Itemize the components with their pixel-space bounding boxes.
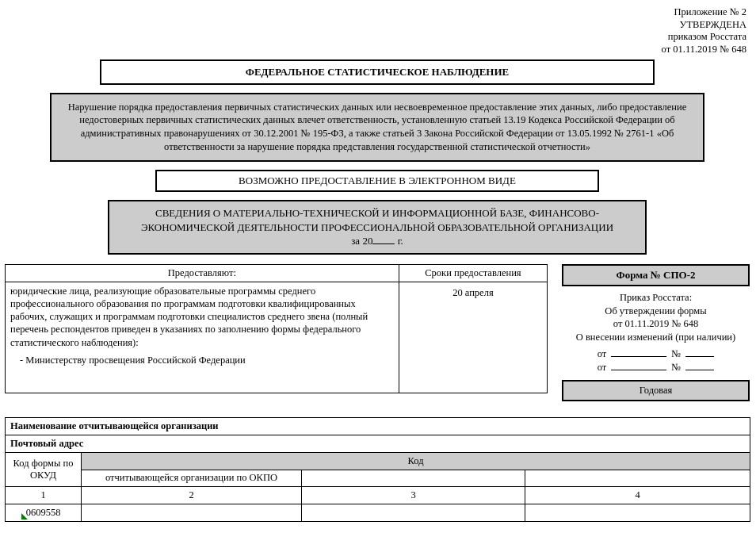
right-meta4: О внесении изменений (при наличии) bbox=[562, 331, 750, 344]
electronic-text: ВОЗМОЖНО ПРЕДОСТАВЛЕНИЕ В ЭЛЕКТРОННОМ ВИ… bbox=[239, 174, 516, 186]
okud-value: 0609558 bbox=[26, 507, 61, 518]
providers-body-main: юридические лица, реализующие образовате… bbox=[10, 285, 394, 349]
code-col-3-value[interactable] bbox=[302, 504, 525, 521]
amendment-row-2: от № bbox=[562, 361, 750, 374]
code-col-4-blank-header bbox=[525, 470, 750, 487]
org-name-field[interactable] bbox=[302, 418, 750, 435]
deadline-value: 20 апреля bbox=[452, 287, 493, 298]
org-info-table: Наименование отчитывающейся организации … bbox=[5, 417, 750, 522]
title-text: ФЕДЕРАЛЬНОЕ СТАТИСТИЧЕСКОЕ НАБЛЮДЕНИЕ bbox=[246, 66, 510, 78]
right-meta3: от 01.11.2019 № 648 bbox=[562, 317, 750, 331]
colnum-4: 4 bbox=[525, 486, 750, 504]
amendment-date-2[interactable] bbox=[611, 361, 666, 370]
year-blank[interactable] bbox=[372, 235, 395, 244]
info-year-row: за 20 г. bbox=[116, 234, 639, 248]
providers-table: Предоставляют: Сроки предоставления юрид… bbox=[5, 264, 548, 393]
code-form-okud-text: Код формы по ОКУД bbox=[10, 458, 76, 481]
appendix-header: Приложение № 2 УТВЕРЖДЕНА приказом Росст… bbox=[5, 6, 750, 56]
ot-label-1: от bbox=[598, 348, 607, 360]
amendment-num-1[interactable] bbox=[685, 347, 714, 357]
info-year-prefix: за 20 bbox=[351, 235, 372, 247]
appendix-line: Приложение № 2 bbox=[5, 6, 746, 19]
num-label-2: № bbox=[671, 362, 681, 374]
code-col-3-blank-header bbox=[302, 470, 525, 487]
deadline-header: Сроки предоставления bbox=[399, 264, 547, 282]
post-addr-label: Почтовый адрес bbox=[6, 435, 227, 453]
colnum-2: 2 bbox=[82, 486, 302, 504]
right-meta2: Об утверждении формы bbox=[562, 305, 750, 318]
cell-marker-icon bbox=[21, 513, 28, 520]
amendment-date-1[interactable] bbox=[611, 347, 666, 357]
deadline-cell: 20 апреля bbox=[399, 282, 547, 393]
form-number-text: Форма № СПО-2 bbox=[617, 269, 696, 281]
info-box: СВЕДЕНИЯ О МАТЕРИАЛЬНО-ТЕХНИЧЕСКОЙ И ИНФ… bbox=[108, 200, 647, 255]
providers-header: Предоставляют: bbox=[6, 264, 399, 282]
providers-body-cell: юридические лица, реализующие образовате… bbox=[6, 282, 399, 393]
warning-text: Нарушение порядка предоставления первичн… bbox=[68, 102, 687, 153]
right-meta-block: Приказ Росстата: Об утверждении формы от… bbox=[562, 291, 750, 345]
electronic-box: ВОЗМОЖНО ПРЕДОСТАВЛЕНИЕ В ЭЛЕКТРОННОМ ВИ… bbox=[155, 170, 599, 192]
org-name-label: Наименование отчитывающейся организации bbox=[6, 418, 302, 435]
post-addr-field[interactable] bbox=[227, 435, 750, 453]
okpo-subheader-text: отчитывающейся организации по ОКПО bbox=[86, 472, 296, 485]
code-form-okud-header: Код формы по ОКУД bbox=[6, 453, 82, 487]
code-col-4-value[interactable] bbox=[525, 504, 750, 521]
warning-box: Нарушение порядка предоставления первичн… bbox=[50, 93, 704, 163]
colnum-3: 3 bbox=[302, 486, 525, 504]
order-line: приказом Росстата bbox=[5, 31, 746, 44]
colnum-1: 1 bbox=[6, 486, 82, 504]
num-label-1: № bbox=[671, 348, 681, 360]
form-meta-column: Форма № СПО-2 Приказ Росстата: Об утверж… bbox=[562, 264, 750, 402]
amendment-row-1: от № bbox=[562, 347, 750, 360]
info-year-suffix: г. bbox=[398, 235, 403, 247]
period-text: Годовая bbox=[640, 385, 673, 396]
period-box: Годовая bbox=[562, 380, 750, 401]
form-number-box: Форма № СПО-2 bbox=[562, 264, 750, 286]
providers-body-indent: - Министерству просвещения Российской Фе… bbox=[10, 354, 394, 366]
code-header: Код bbox=[82, 453, 750, 470]
info-line1: СВЕДЕНИЯ О МАТЕРИАЛЬНО-ТЕХНИЧЕСКОЙ И ИНФ… bbox=[116, 206, 639, 234]
approved-line: УТВЕРЖДЕНА bbox=[5, 19, 746, 32]
ot-label-2: от bbox=[598, 362, 607, 374]
okud-value-cell: 0609558 bbox=[6, 504, 82, 521]
right-meta1: Приказ Росстата: bbox=[562, 291, 750, 305]
okpo-value-cell[interactable] bbox=[82, 504, 302, 521]
okpo-subheader: отчитывающейся организации по ОКПО bbox=[82, 470, 302, 487]
amendment-num-2[interactable] bbox=[685, 361, 714, 370]
title-box: ФЕДЕРАЛЬНОЕ СТАТИСТИЧЕСКОЕ НАБЛЮДЕНИЕ bbox=[100, 59, 655, 85]
order-date-line: от 01.11.2019 № 648 bbox=[5, 44, 746, 56]
